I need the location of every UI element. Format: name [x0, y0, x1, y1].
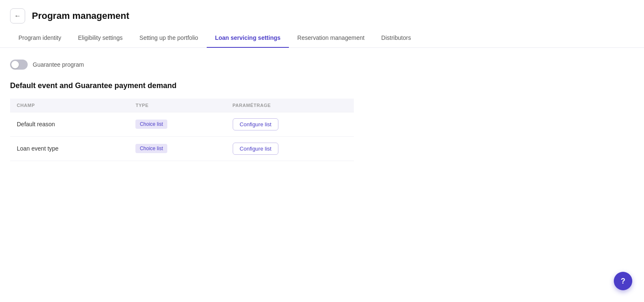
row-champ-loan-event-type: Loan event type	[10, 136, 129, 161]
back-button[interactable]: ←	[10, 8, 25, 23]
guarantee-toggle-row: Guarantee program	[10, 60, 634, 70]
app-container: ← Program management Program identity El…	[0, 0, 644, 302]
tab-program-identity[interactable]: Program identity	[10, 29, 70, 48]
col-champ: CHAMP	[10, 99, 129, 112]
col-type: TYPE	[129, 99, 226, 112]
nav-tabs: Program identity Eligibility settings Se…	[0, 29, 644, 48]
table-row: Default reason Choice list Configure lis…	[10, 112, 354, 136]
help-button[interactable]: ?	[614, 272, 632, 290]
section-title: Default event and Guarantee payment dema…	[10, 81, 634, 90]
table-header-row: CHAMP TYPE PARAMÉTRAGE	[10, 99, 354, 112]
row-champ-default-reason: Default reason	[10, 112, 129, 136]
choice-list-badge: Choice list	[135, 120, 167, 129]
configure-list-button-loan-event-type[interactable]: Configure list	[233, 143, 279, 155]
settings-table: CHAMP TYPE PARAMÉTRAGE Default reason Ch…	[10, 99, 354, 161]
configure-list-button-default-reason[interactable]: Configure list	[233, 118, 279, 130]
choice-list-badge: Choice list	[135, 144, 167, 153]
tab-setting-up-the-portfolio[interactable]: Setting up the portfolio	[131, 29, 207, 48]
tab-loan-servicing-settings[interactable]: Loan servicing settings	[207, 29, 289, 48]
guarantee-toggle-label: Guarantee program	[33, 61, 84, 68]
tab-eligibility-settings[interactable]: Eligibility settings	[70, 29, 131, 48]
row-parametrage-default-reason: Configure list	[226, 112, 354, 136]
table-row: Loan event type Choice list Configure li…	[10, 136, 354, 161]
row-type-loan-event-type: Choice list	[129, 136, 226, 161]
tab-reservation-management[interactable]: Reservation management	[289, 29, 373, 48]
main-content: Guarantee program Default event and Guar…	[0, 48, 644, 173]
help-icon: ?	[621, 277, 626, 286]
row-parametrage-loan-event-type: Configure list	[226, 136, 354, 161]
row-type-default-reason: Choice list	[129, 112, 226, 136]
tab-distributors[interactable]: Distributors	[373, 29, 419, 48]
header: ← Program management	[0, 0, 644, 23]
page-title: Program management	[32, 10, 129, 21]
back-icon: ←	[14, 12, 21, 20]
col-parametrage: PARAMÉTRAGE	[226, 99, 354, 112]
guarantee-toggle[interactable]	[10, 60, 28, 70]
